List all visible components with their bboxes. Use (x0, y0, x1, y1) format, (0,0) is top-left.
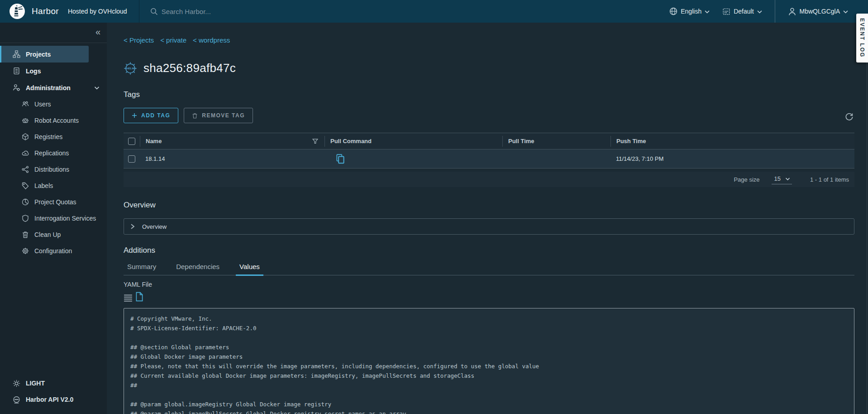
user-icon (788, 7, 796, 16)
pagination-range: 1 - 1 of 1 items (810, 176, 849, 183)
sidebar-item-label: Administration (26, 84, 71, 91)
globe-icon (669, 7, 677, 15)
list-view-icon[interactable] (124, 294, 133, 302)
sidebar: « Projects Logs Administration (0, 23, 107, 414)
sidebar-item-projects[interactable]: Projects (0, 46, 89, 63)
language-label: English (681, 8, 701, 15)
breadcrumb: Projects private wordpress (124, 36, 854, 44)
tags-toolbar: ADD TAG REMOVE TAG (124, 108, 854, 123)
swagger-icon (13, 396, 20, 404)
sidebar-item-label: Distributions (34, 166, 69, 173)
overview-accordion[interactable]: Overview (124, 218, 854, 235)
overview-panel-label: Overview (142, 223, 167, 230)
yaml-viewer[interactable]: # Copyright VMware, Inc. # SPDX-License-… (124, 308, 854, 414)
chevron-down-icon (843, 10, 848, 14)
header-divider (775, 0, 775, 23)
tags-heading: Tags (124, 90, 854, 99)
select-all-checkbox[interactable] (128, 138, 135, 145)
refresh-icon[interactable] (845, 112, 854, 121)
sidebar-item-users[interactable]: Users (0, 96, 107, 112)
api-link-label: Harbor API V2.0 (26, 396, 73, 403)
caret-right-icon (130, 224, 135, 229)
column-header-pull-time[interactable]: Pull Time (508, 138, 534, 144)
tab-values[interactable]: Values (236, 261, 263, 275)
row-checkbox[interactable] (128, 155, 135, 163)
robot-icon (22, 117, 29, 124)
sidebar-item-label: Users (34, 101, 51, 108)
chevron-down-icon (94, 86, 100, 90)
cube-icon (22, 133, 29, 140)
app-header: Harbor Hosted by OVHcloud English (0, 0, 868, 23)
search-input[interactable] (161, 7, 278, 16)
tag-icon (22, 182, 29, 189)
app-subtitle: Hosted by OVHcloud (68, 8, 127, 15)
header-divider (139, 0, 139, 23)
sidebar-item-label: Interrogation Services (34, 215, 96, 222)
sidebar-item-label: Labels (34, 182, 53, 189)
sidebar-item-label: Robot Accounts (34, 117, 79, 124)
sidebar-item-labels[interactable]: Labels (0, 178, 107, 194)
sidebar-item-logs[interactable]: Logs (0, 63, 107, 79)
breadcrumb-wordpress[interactable]: wordpress (193, 36, 230, 44)
sidebar-item-replications[interactable]: Replications (0, 145, 107, 161)
sidebar-item-project-quotas[interactable]: Project Quotas (0, 194, 107, 210)
brand[interactable]: Harbor Hosted by OVHcloud (0, 3, 127, 19)
chevron-down-icon (785, 177, 790, 181)
breadcrumb-projects[interactable]: Projects (124, 36, 154, 44)
artifact-header: HELM sha256:89afb47c (124, 61, 854, 75)
svg-text:HELM: HELM (126, 67, 134, 70)
filter-icon[interactable] (312, 139, 318, 144)
column-header-name[interactable]: Name (146, 138, 162, 144)
sidebar-item-registries[interactable]: Registries (0, 129, 107, 145)
yaml-file-label: YAML File (124, 281, 854, 288)
additions-tabs: Summary Dependencies Values (124, 261, 854, 275)
gear-icon (22, 247, 29, 255)
harbor-logo-icon (9, 3, 25, 19)
page-title: sha256:89afb47c (143, 61, 236, 75)
sidebar-item-configuration[interactable]: Configuration (0, 243, 107, 259)
remove-tag-button[interactable]: REMOVE TAG (184, 108, 253, 123)
overview-heading: Overview (124, 201, 854, 210)
collapse-sidebar-icon[interactable]: « (95, 27, 100, 37)
chevron-down-icon (705, 10, 710, 14)
column-header-push-time[interactable]: Push Time (616, 138, 646, 144)
yaml-toolbar (124, 292, 854, 302)
sidebar-item-label: Configuration (34, 247, 72, 255)
add-tag-label: ADD TAG (141, 112, 170, 119)
administration-icon (13, 84, 20, 91)
breadcrumb-private[interactable]: private (160, 36, 186, 44)
column-header-pull-command[interactable]: Pull Command (330, 138, 372, 144)
page-size-select[interactable]: 15 (772, 174, 792, 184)
sidebar-item-distributions[interactable]: Distributions (0, 161, 107, 178)
api-link[interactable]: Harbor API V2.0 (0, 391, 107, 408)
tab-summary[interactable]: Summary (124, 261, 160, 275)
theme-menu[interactable]: Default (718, 7, 766, 15)
push-time-cell: 11/14/23, 7:10 PM (616, 155, 663, 162)
user-menu[interactable]: MbwQLGCglA (783, 7, 853, 16)
file-view-icon[interactable] (135, 292, 143, 302)
projects-icon (13, 50, 20, 58)
sidebar-item-label: Clean Up (34, 231, 61, 238)
sidebar-item-robot-accounts[interactable]: Robot Accounts (0, 112, 107, 129)
calendar-icon (722, 7, 730, 15)
language-menu[interactable]: English (665, 7, 714, 15)
tags-table: Name Pull Command Pull Time Push Time 18… (124, 133, 854, 187)
tab-dependencies[interactable]: Dependencies (172, 261, 223, 275)
theme-toggle[interactable]: LIGHT (0, 375, 107, 391)
sidebar-item-administration[interactable]: Administration (0, 79, 107, 96)
trash-icon (22, 231, 29, 238)
remove-tag-label: REMOVE TAG (202, 112, 245, 119)
cloud-icon (22, 149, 29, 157)
sun-icon (13, 380, 20, 387)
theme-toggle-label: LIGHT (26, 380, 45, 387)
sidebar-item-interrogation-services[interactable]: Interrogation Services (0, 210, 107, 226)
copy-icon[interactable] (335, 154, 345, 164)
table-header-row: Name Pull Command Pull Time Push Time (124, 133, 854, 149)
event-log-tab[interactable]: EVENT LOG (856, 14, 868, 63)
chevron-down-icon (757, 10, 762, 14)
search (150, 7, 278, 16)
yaml-content: # Copyright VMware, Inc. # SPDX-License-… (130, 314, 848, 414)
sidebar-item-clean-up[interactable]: Clean Up (0, 226, 107, 243)
add-tag-button[interactable]: ADD TAG (124, 108, 178, 123)
sidebar-item-label: Projects (26, 51, 51, 58)
